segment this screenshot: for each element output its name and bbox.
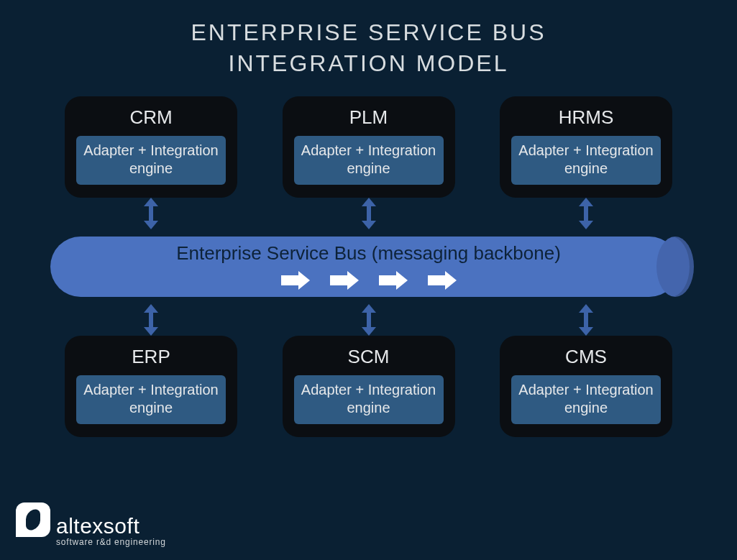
- bidirectional-arrow-icon: [362, 306, 376, 334]
- node-crm: CRM Adapter + Integration engine: [65, 96, 237, 198]
- node-title: CMS: [511, 346, 661, 368]
- node-title: HRMS: [511, 106, 661, 129]
- node-title: CRM: [76, 106, 226, 129]
- flow-arrow-icon: [281, 271, 310, 290]
- top-node-row: CRM Adapter + Integration engine PLM Ada…: [43, 96, 694, 198]
- title-line-2: INTEGRATION MODEL: [0, 48, 737, 79]
- brand-mark-icon: [16, 502, 50, 537]
- title-line-1: ENTERPRISE SERVICE BUS: [0, 17, 737, 48]
- adapter-box: Adapter + Integration engine: [511, 136, 661, 185]
- flow-arrow-icon: [330, 271, 359, 290]
- adapter-box: Adapter + Integration engine: [76, 136, 226, 185]
- bottom-node-row: ERP Adapter + Integration engine SCM Ada…: [43, 336, 694, 437]
- node-erp: ERP Adapter + Integration engine: [65, 336, 237, 437]
- node-title: ERP: [76, 346, 226, 368]
- bus-label: Enterprise Service Bus (messaging backbo…: [43, 242, 694, 265]
- node-title: SCM: [294, 346, 444, 368]
- bidirectional-arrow-icon: [144, 199, 158, 228]
- bidirectional-arrow-icon: [579, 199, 593, 228]
- adapter-box: Adapter + Integration engine: [511, 375, 661, 424]
- diagram-title: ENTERPRISE SERVICE BUS INTEGRATION MODEL: [0, 0, 737, 79]
- brand-logo: altexsoft software r&d engineering: [16, 502, 166, 547]
- bidirectional-arrow-icon: [362, 199, 376, 228]
- bottom-connectors: [43, 304, 694, 336]
- adapter-box: Adapter + Integration engine: [76, 375, 226, 424]
- flow-arrow-icon: [379, 271, 408, 290]
- node-hrms: HRMS Adapter + Integration engine: [500, 96, 672, 198]
- node-title: PLM: [294, 106, 444, 129]
- adapter-box: Adapter + Integration engine: [294, 375, 444, 424]
- bus-flow-arrows: [43, 271, 694, 290]
- esb-diagram: CRM Adapter + Integration engine PLM Ada…: [43, 96, 694, 499]
- flow-arrow-icon: [428, 271, 457, 290]
- node-scm: SCM Adapter + Integration engine: [283, 336, 455, 437]
- node-plm: PLM Adapter + Integration engine: [283, 96, 455, 198]
- bidirectional-arrow-icon: [144, 306, 158, 334]
- node-cms: CMS Adapter + Integration engine: [500, 336, 672, 437]
- brand-name: altexsoft: [56, 514, 166, 538]
- top-connectors: [43, 198, 694, 229]
- service-bus: Enterprise Service Bus (messaging backbo…: [43, 232, 694, 301]
- brand-tagline: software r&d engineering: [56, 537, 166, 547]
- adapter-box: Adapter + Integration engine: [294, 136, 444, 185]
- bidirectional-arrow-icon: [579, 306, 593, 334]
